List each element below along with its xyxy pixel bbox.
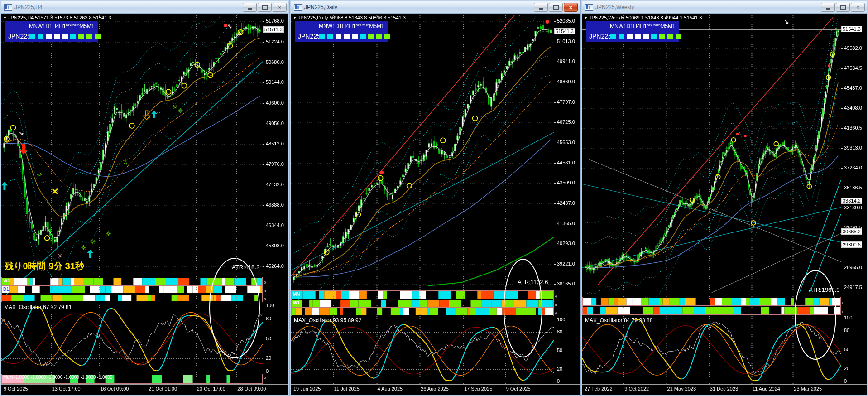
- price-axis-tick: 41360.5: [844, 125, 862, 130]
- atr-label: ATR:1960.9: [809, 286, 839, 293]
- date-axis-tick[interactable]: 31 Dec 2023: [710, 386, 738, 391]
- date-axis-tick[interactable]: 16 Oct 09:00: [100, 386, 129, 391]
- maximize-button[interactable]: [836, 3, 850, 12]
- date-axis-tick[interactable]: 26 Aug 2025: [421, 386, 449, 391]
- close-button[interactable]: ×: [851, 3, 865, 12]
- date-axis-tick[interactable]: 4 Aug 2025: [378, 386, 403, 391]
- date-axis-tick[interactable]: 21 May 2023: [667, 386, 696, 391]
- indicator-row-scale-zero: 0: [555, 311, 557, 315]
- date-axis-tick[interactable]: 23 Mar 2025: [794, 386, 822, 391]
- ohlc-values: 51571.3 51573.8 51263.8 51541.3: [35, 15, 111, 20]
- panel-symbol: JPN225: [589, 33, 612, 40]
- price-axis-tick: 47797.0: [557, 99, 575, 105]
- chart-client-area[interactable]: ▼ JPN225,Daily 50968.8 51843.8 50816.3 5…: [291, 14, 580, 395]
- window-title: JPN225,Daily: [304, 4, 534, 10]
- date-axis-tick[interactable]: 19 Jun 2025: [293, 386, 321, 391]
- chevron-down-icon[interactable]: ▼: [293, 16, 297, 20]
- timeframe-labels: MNW1D1H4H1M30M15M5M1: [319, 23, 384, 29]
- oscillator-scale-tick: 50: [557, 348, 562, 353]
- date-axis-tick[interactable]: 23 Oct 17:00: [197, 386, 225, 391]
- minimize-button[interactable]: [534, 3, 548, 12]
- oscillator-label: MAX_Oscillator 93 95 89 92: [294, 317, 361, 324]
- indicator-row-scale-zero: 0: [555, 295, 557, 299]
- quote-line[interactable]: ▼ JPN225,Weekly 50069.1 51843.8 49944.1 …: [584, 15, 702, 20]
- date-axis-tick[interactable]: 13 Oct 17:00: [52, 386, 81, 391]
- candle-countdown-timer: 残り0時間 9分 31秒: [5, 260, 84, 272]
- timeframe-status-square-h4: [344, 34, 350, 39]
- minimize-icon: [248, 8, 252, 10]
- price-chart-canvas[interactable]: [291, 14, 580, 395]
- indicator-row-scale-zero: 0: [842, 301, 844, 305]
- date-axis-tick[interactable]: 11 Aug 2024: [753, 386, 780, 391]
- date-axis-tick[interactable]: 11 Jul 2025: [334, 386, 360, 391]
- timeframe-status-square-m1: [384, 34, 390, 39]
- indicator-row-label: MN: [584, 298, 591, 303]
- chevron-down-icon[interactable]: ▼: [3, 16, 7, 20]
- oscillator-scale-tick: 50: [266, 336, 271, 341]
- maximize-icon: [553, 5, 559, 10]
- timeframe-label-h1: H1: [59, 23, 66, 29]
- price-axis-tick: 26965.0: [844, 265, 862, 270]
- timeframe-status-square-w1: [327, 34, 333, 39]
- price-chart-canvas[interactable]: [1, 14, 288, 395]
- chart-window-daily: JPN225,Daily × ▼ JPN225,Daily 50968.8 51…: [290, 0, 581, 396]
- title-bar[interactable]: JPN225,Daily ×: [291, 1, 580, 14]
- oscillator-scale-tick: 80: [266, 316, 271, 321]
- title-bar[interactable]: JPN225,H4 ×: [1, 1, 288, 14]
- date-axis-tick[interactable]: 21 Oct 01:00: [149, 386, 177, 391]
- date-axis-tick[interactable]: 28 Oct 09:00: [237, 386, 266, 391]
- chevron-down-icon[interactable]: ▼: [584, 16, 588, 20]
- timeframe-status-square-m30: [651, 34, 657, 39]
- ohlc-values: 50069.1 51843.8 49944.1 51541.3: [626, 15, 702, 20]
- date-axis-tick[interactable]: 9 Oct 2022: [624, 386, 649, 391]
- timeframe-panel: JPN225 MNW1D1H4H1M30M15M5M1: [5, 21, 98, 42]
- maximize-button[interactable]: [258, 3, 272, 12]
- price-axis-tick: 43509.0: [557, 180, 575, 185]
- quote-line[interactable]: ▼ JPN225,Daily 50968.8 51843.8 50816.3 5…: [293, 15, 406, 20]
- price-axis-tick: 41365.0: [557, 221, 575, 226]
- maximize-icon: [840, 5, 846, 10]
- timeframe-status-square-m5: [376, 34, 382, 39]
- title-bar[interactable]: JPN225,Weekly ×: [582, 1, 867, 14]
- current-price-tag: 51541.3: [554, 28, 575, 34]
- timeframe-label-m1: M1: [377, 23, 384, 29]
- symbol-timeframe: JPN225,H4: [8, 15, 34, 20]
- quote-line[interactable]: ▼ JPN225,H4 51571.3 51573.8 51263.8 5154…: [3, 15, 111, 20]
- ohlc-values: 50968.8 51843.8 50816.3 51541.3: [330, 15, 406, 20]
- timeframe-status-squares: [29, 34, 101, 39]
- minimize-button[interactable]: [243, 3, 257, 12]
- timeframe-label-h4: H4: [342, 23, 349, 29]
- price-axis-tick: 45808.0: [266, 243, 284, 248]
- date-axis-tick[interactable]: 9 Oct 2025: [506, 386, 531, 391]
- timeframe-status-square-m30: [70, 34, 76, 39]
- price-chart-canvas[interactable]: [582, 14, 867, 395]
- date-axis-tick[interactable]: 9 Oct 2025: [4, 386, 28, 391]
- price-level-tag: 29300.6: [841, 241, 862, 248]
- timeframe-labels: MNW1D1H4H1M30M15M5M1: [610, 23, 675, 29]
- timeframe-status-square-m30: [360, 34, 366, 39]
- close-button[interactable]: ×: [273, 3, 287, 12]
- timeframe-status-square-m15: [78, 34, 84, 39]
- price-axis-tick: 50144.0: [266, 79, 284, 85]
- date-axis-tick[interactable]: 27 Feb 2022: [585, 386, 613, 391]
- price-axis-tick: 48869.0: [557, 79, 575, 84]
- close-button[interactable]: ×: [564, 3, 578, 12]
- price-axis-tick: 46344.0: [266, 222, 284, 228]
- chart-client-area[interactable]: ▼ JPN225,Weekly 50069.1 51843.8 49944.1 …: [582, 14, 867, 395]
- timeframe-status-squares: [319, 34, 390, 39]
- price-axis-tick: 46888.0: [266, 202, 284, 208]
- chart-client-area[interactable]: ▼ JPN225,H4 51571.3 51573.8 51263.8 5154…: [1, 14, 288, 395]
- price-axis-tick: 49056.0: [266, 121, 284, 126]
- indicator-row-scale-zero: 0: [264, 376, 266, 380]
- maximize-button[interactable]: [549, 3, 563, 12]
- oscillator-scale-tick: 0: [557, 378, 560, 384]
- price-axis-tick: 39313.0: [844, 145, 862, 150]
- timeframe-status-square-d1: [627, 34, 633, 39]
- timeframe-status-square-d1: [336, 34, 341, 39]
- timeframe-status-square-m15: [368, 34, 374, 39]
- oscillator-scale-tick: 50: [844, 347, 849, 352]
- date-axis-tick[interactable]: 17 Sep 2025: [464, 386, 492, 391]
- price-axis-tick: 43408.0: [844, 105, 862, 111]
- minimize-button[interactable]: [821, 3, 835, 12]
- mdi-workspace: JPN225,H4 × ▼ JPN225,H4 51571.3 51573.8 …: [0, 0, 868, 396]
